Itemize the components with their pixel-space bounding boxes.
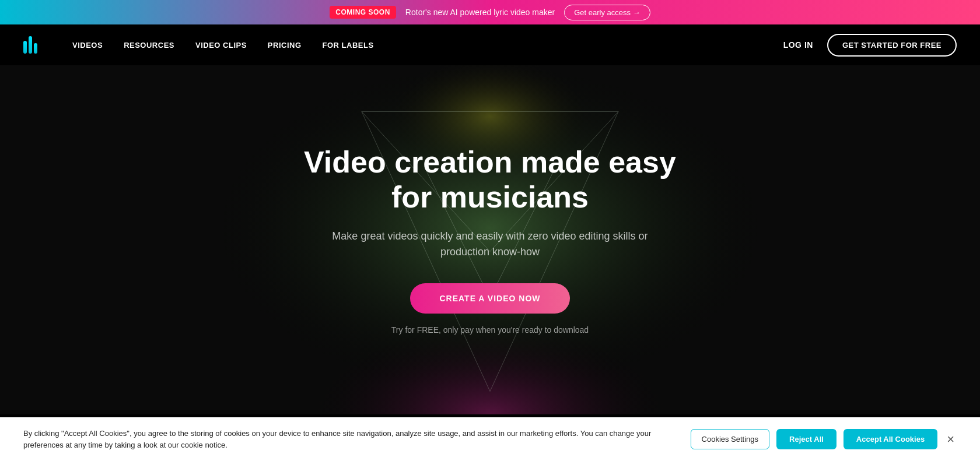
hero-note: Try for FREE, only pay when you're ready… bbox=[286, 325, 694, 335]
nav-link-resources[interactable]: RESOURCES bbox=[124, 41, 174, 50]
logo[interactable] bbox=[23, 36, 37, 54]
nav-link-video-clips[interactable]: VIDEO CLIPS bbox=[195, 41, 247, 50]
top-banner: COMING SOON Rotor's new AI powered lyric… bbox=[0, 0, 980, 24]
nav-link-videos[interactable]: VIDEOS bbox=[72, 41, 103, 50]
logo-bar-1 bbox=[23, 41, 27, 54]
nav-item-pricing[interactable]: PRICING bbox=[268, 40, 302, 50]
logo-bar-2 bbox=[29, 36, 32, 54]
nav-item-videos[interactable]: VIDEOS bbox=[72, 40, 103, 50]
cookie-actions: Cookies Settings Reject All Accept All C… bbox=[691, 429, 957, 449]
logo-icon bbox=[23, 36, 37, 54]
hero-subtitle: Make great videos quickly and easily wit… bbox=[327, 228, 653, 260]
close-cookie-button[interactable]: × bbox=[944, 433, 957, 446]
cookie-bar: By clicking "Accept All Cookies", you ag… bbox=[0, 417, 980, 461]
nav-item-for-labels[interactable]: FOR LABELS bbox=[323, 40, 374, 50]
accept-all-cookies-button[interactable]: Accept All Cookies bbox=[844, 429, 937, 449]
hero-title: Video creation made easy for musicians bbox=[286, 145, 694, 215]
banner-text: Rotor's new AI powered lyric video maker bbox=[405, 8, 555, 17]
get-started-button[interactable]: GET STARTED FOR FREE bbox=[827, 34, 957, 57]
login-button[interactable]: LOG IN bbox=[783, 40, 813, 50]
hero-content: Video creation made easy for musicians M… bbox=[286, 145, 694, 335]
hero-section: Video creation made easy for musicians M… bbox=[0, 65, 980, 414]
nav-item-resources[interactable]: RESOURCES bbox=[124, 40, 174, 50]
nav-link-for-labels[interactable]: FOR LABELS bbox=[323, 41, 374, 50]
banner-cta-button[interactable]: Get early access → bbox=[564, 5, 650, 20]
reject-all-button[interactable]: Reject All bbox=[776, 429, 836, 449]
logo-bar-3 bbox=[34, 43, 37, 54]
coming-soon-badge: COMING SOON bbox=[330, 6, 396, 19]
nav-links: VIDEOS RESOURCES VIDEO CLIPS PRICING FOR… bbox=[72, 40, 783, 50]
nav-right: LOG IN GET STARTED FOR FREE bbox=[783, 34, 957, 57]
cookies-settings-button[interactable]: Cookies Settings bbox=[691, 429, 770, 449]
create-video-button[interactable]: CREATE A VIDEO NOW bbox=[410, 283, 569, 314]
navbar: VIDEOS RESOURCES VIDEO CLIPS PRICING FOR… bbox=[0, 24, 980, 65]
nav-item-video-clips[interactable]: VIDEO CLIPS bbox=[195, 40, 247, 50]
cookie-text: By clicking "Accept All Cookies", you ag… bbox=[23, 428, 677, 451]
nav-link-pricing[interactable]: PRICING bbox=[268, 41, 302, 50]
